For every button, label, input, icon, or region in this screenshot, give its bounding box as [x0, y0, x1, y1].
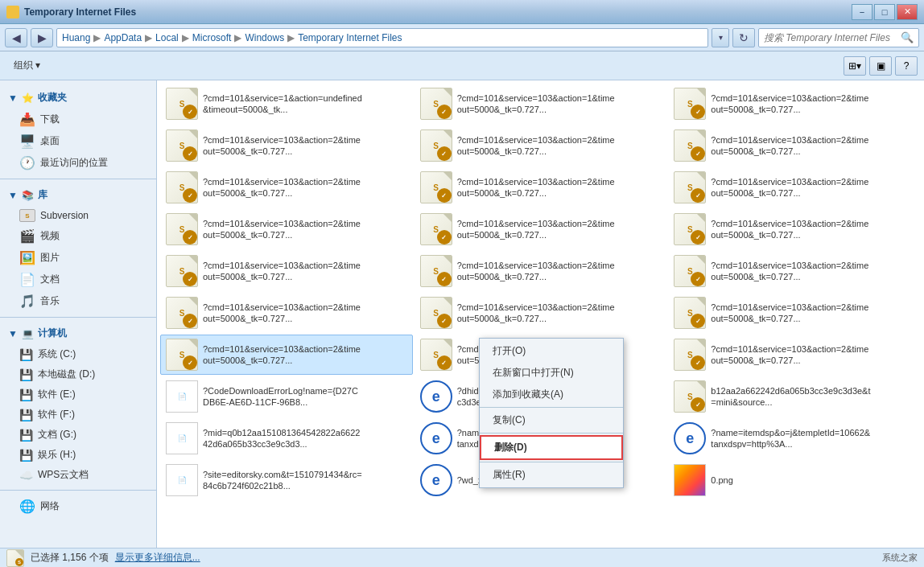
toolbar-right: ⊞▾ ▣ ?	[844, 56, 918, 76]
view-button[interactable]: ⊞▾	[844, 56, 866, 76]
path-temp-files[interactable]: Temporary Internet Files	[298, 32, 402, 43]
file-item[interactable]: S ✓ ?cmd=101&service=103&action=2&timeou…	[668, 167, 921, 207]
file-name: ?cmd=101&service=103&action=2&timeout=50…	[711, 260, 872, 283]
maximize-button[interactable]: □	[874, 4, 895, 20]
context-menu-open-new-window[interactable]: 在新窗口中打开(N)	[480, 362, 623, 384]
context-menu-copy[interactable]: 复制(C)	[480, 409, 623, 431]
refresh-button[interactable]: ↻	[732, 28, 755, 47]
sidebar-item-desktop[interactable]: 🖥️ 桌面	[0, 130, 156, 152]
file-item[interactable]: S ✓ ?cmd=101&service=103&action=2&timeou…	[160, 251, 413, 291]
file-name: ?cmd=101&service=103&action=2&timeout=50…	[457, 134, 618, 158]
context-menu: 打开(O) 在新窗口中打开(N) 添加到收藏夹(A) 复制(C) 删除(D) 属…	[479, 338, 624, 488]
search-input[interactable]	[764, 32, 897, 43]
drive-f-icon: 💾	[19, 409, 33, 421]
sidebar-item-downloads[interactable]: 📥 下载	[0, 109, 156, 130]
svn-badge: ✓	[691, 146, 705, 161]
sidebar-favorites-header[interactable]: ▼ ⭐ 收藏夹	[0, 87, 156, 109]
context-menu-open[interactable]: 打开(O)	[480, 340, 623, 362]
path-appdata[interactable]: AppData	[104, 32, 142, 43]
file-item[interactable]: S ✓ ?cmd=101&service=103&action=2&timeou…	[160, 335, 413, 375]
file-item[interactable]: S ✓ ?cmd=101&service=103&action=2&timeou…	[160, 209, 413, 249]
file-name: ?cmd=101&service=103&action=1&timeout=50…	[457, 92, 618, 116]
file-item[interactable]: S ✓ ?cmd=101&service=103&action=2&timeou…	[415, 167, 667, 207]
drive-g-icon: 💾	[19, 429, 33, 442]
sidebar-item-wps[interactable]: ☁️ WPS云文档	[0, 465, 156, 485]
sidebar-item-document-g[interactable]: 💾 文档 (G:)	[0, 425, 156, 445]
file-item[interactable]: S ✓ ?cmd=101&service=103&action=2&timeou…	[668, 84, 921, 124]
file-item[interactable]: S ✓ ?cmd=101&service=1&action=undefined&…	[160, 84, 413, 124]
file-item[interactable]: S ✓ ?cmd=101&service=103&action=2&timeou…	[668, 293, 921, 333]
downloads-icon: 📥	[19, 112, 35, 127]
svn-badge: ✓	[437, 105, 452, 119]
drive-c-icon: 💾	[19, 348, 33, 361]
file-item[interactable]: S ✓ ?cmd=101&service=103&action=2&timeou…	[160, 293, 413, 333]
file-item[interactable]: 0.png	[668, 460, 921, 500]
file-item[interactable]: S ✓ ?cmd=101&service=103&action=2&timeou…	[668, 251, 921, 291]
file-name: ?cmd=101&service=1&action=undefined&time…	[203, 92, 364, 116]
file-item[interactable]: 📄?site=editorsky.com&t=1510791434&rc=84c…	[160, 460, 413, 500]
forward-button[interactable]: ▶	[31, 28, 53, 47]
recent-label: 最近访问的位置	[40, 156, 108, 170]
sidebar-item-recent[interactable]: 🕐 最近访问的位置	[0, 152, 156, 174]
path-windows[interactable]: Windows	[245, 32, 284, 43]
file-item[interactable]: S ✓ b12aa2a662242d6a065b3cc3e9c3d3e&t=mi…	[668, 376, 921, 417]
pane-button[interactable]: ▣	[869, 56, 892, 76]
status-bar: S 已选择 1,156 个项 显示更多详细信息... 系统之家	[0, 548, 924, 567]
back-button[interactable]: ◀	[5, 28, 27, 47]
sidebar-item-subversion[interactable]: S Subversion	[0, 206, 156, 225]
svn-badge: ✓	[691, 355, 705, 370]
path-microsoft[interactable]: Microsoft	[192, 32, 232, 43]
file-item[interactable]: S ✓ ?cmd=101&service=103&action=2&timeou…	[668, 209, 921, 249]
file-name: ?cmd=101&service=103&action=2&timeout=50…	[711, 176, 872, 199]
status-more-details[interactable]: 显示更多详细信息...	[115, 551, 200, 565]
svn-badge: ✓	[183, 146, 197, 161]
organize-button[interactable]: 组织 ▾	[6, 55, 47, 77]
minimize-button[interactable]: −	[852, 4, 872, 20]
network-label: 网络	[40, 499, 60, 513]
file-item[interactable]: S ✓ ?cmd=101&service=103&action=2&timeou…	[160, 167, 413, 207]
sidebar-item-entertain-h[interactable]: 💾 娱乐 (H:)	[0, 445, 156, 465]
path-huang[interactable]: Huang	[62, 32, 90, 43]
file-item[interactable]: S ✓ ?cmd=101&service=103&action=2&timeou…	[668, 335, 921, 375]
address-dropdown[interactable]: ▾	[712, 28, 729, 47]
local-d-label: 本地磁盘 (D:)	[38, 368, 95, 381]
file-item[interactable]: 📄?mid=q0b12aa151081364542822a662242d6a06…	[160, 418, 413, 458]
sidebar-computer-header[interactable]: ▼ 💻 计算机	[0, 323, 156, 344]
sidebar-item-pictures[interactable]: 🖼️ 图片	[0, 247, 156, 269]
sidebar-item-local-d[interactable]: 💾 本地磁盘 (D:)	[0, 364, 156, 384]
file-item[interactable]: e?name=itemdsp&o=j&templetId=10662&tanxd…	[668, 418, 921, 458]
sidebar-item-system-c[interactable]: 💾 系统 (C:)	[0, 344, 156, 364]
context-menu-add-favorites[interactable]: 添加到收藏夹(A)	[480, 384, 623, 405]
sidebar-item-network[interactable]: 🌐 网络	[0, 495, 156, 517]
search-box[interactable]: 🔍	[758, 28, 919, 47]
path-local[interactable]: Local	[155, 32, 179, 43]
sidebar-item-documents[interactable]: 📄 文档	[0, 269, 156, 290]
file-item[interactable]: S ✓ ?cmd=101&service=103&action=2&timeou…	[668, 125, 921, 166]
svn-file-icon: S ✓	[420, 171, 452, 203]
sidebar-item-music[interactable]: 🎵 音乐	[0, 290, 156, 312]
svn-file-icon: S ✓	[420, 213, 452, 245]
close-button[interactable]: ✕	[897, 4, 918, 20]
svn-badge: ✓	[691, 272, 705, 286]
context-menu-delete[interactable]: 删除(D)	[480, 435, 623, 460]
sidebar-item-software-f[interactable]: 💾 软件 (F:)	[0, 405, 156, 425]
file-item[interactable]: S ✓ ?cmd=101&service=103&action=2&timeou…	[415, 251, 667, 291]
svn-file-icon: S ✓	[420, 297, 452, 329]
sidebar-library-header[interactable]: ▼ 📚 库	[0, 184, 156, 206]
file-item[interactable]: S ✓ ?cmd=101&service=103&action=2&timeou…	[415, 209, 667, 249]
title-bar-left: Temporary Internet Files	[6, 6, 136, 18]
software-e-label: 软件 (E:)	[38, 388, 76, 401]
context-menu-properties[interactable]: 属性(R)	[480, 464, 623, 486]
file-item[interactable]: S ✓ ?cmd=101&service=103&action=2&timeou…	[415, 293, 667, 333]
file-item[interactable]: 📄?CodeDownloadErrorLog!name={D27CDB6E-AE…	[160, 376, 413, 417]
file-item[interactable]: S ✓ ?cmd=101&service=103&action=2&timeou…	[415, 125, 667, 166]
file-item[interactable]: S ✓ ?cmd=101&service=103&action=2&timeou…	[160, 125, 413, 166]
main-layout: ▼ ⭐ 收藏夹 📥 下载 🖥️ 桌面 🕐 最近访问的位置 ▼ 📚 库 S Sub…	[0, 80, 924, 548]
file-name: ?cmd=101&service=103&action=2&timeout=50…	[711, 218, 872, 241]
file-grid-container: S ✓ ?cmd=101&service=1&action=undefined&…	[157, 80, 924, 548]
file-item[interactable]: S ✓ ?cmd=101&service=103&action=1&timeou…	[415, 84, 667, 124]
svn-file-icon: S ✓	[420, 255, 452, 287]
help-button[interactable]: ?	[895, 56, 918, 76]
sidebar-item-videos[interactable]: 🎬 视频	[0, 225, 156, 247]
sidebar-item-software-e[interactable]: 💾 软件 (E:)	[0, 384, 156, 405]
